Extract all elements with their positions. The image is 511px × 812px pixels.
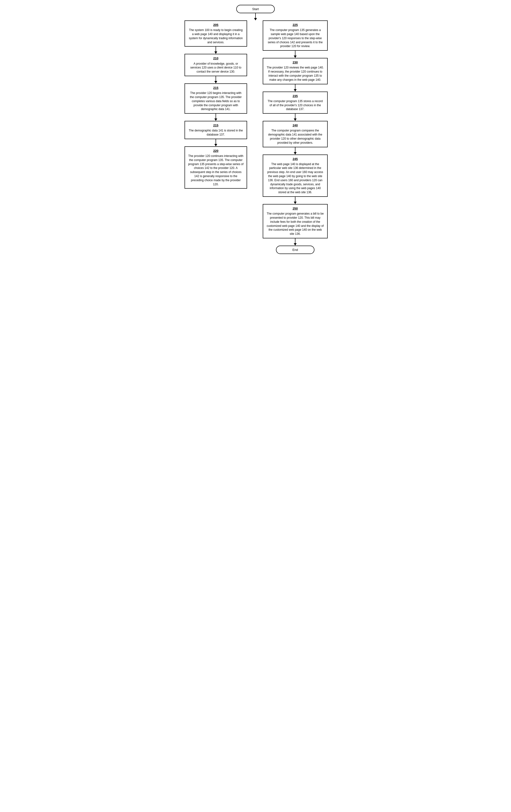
step-235-num: 235: [266, 94, 324, 98]
start-label: Start: [252, 7, 259, 11]
arrow-215a-215b: [214, 114, 217, 121]
step-215a-box: 215 The provider 120 begins interacting …: [185, 83, 247, 114]
end-label: End: [292, 248, 298, 252]
step-240-box: 240 The computer program compares the de…: [263, 121, 328, 147]
arrow-215b-220: [214, 139, 217, 146]
step-210-text: A provider of knowledge, goods, or servi…: [190, 62, 241, 74]
step-230-box: 230 The provider 120 reviews the web pag…: [263, 58, 328, 84]
step-205-num: 205: [188, 23, 244, 27]
step-230-num: 230: [266, 60, 324, 65]
step-215b-box: 215 The demographic data 141 is stored i…: [185, 121, 247, 139]
step-245-box: 245 The web page 140 is displayed at the…: [263, 154, 328, 197]
step-225-box: 225 The computer program 135 generates a…: [263, 21, 328, 51]
step-235-text: The computer program 135 stores a record…: [268, 99, 323, 111]
right-column: 225 The computer program 135 generates a…: [255, 21, 335, 254]
end-node: End: [276, 245, 315, 254]
arrow-start: [254, 13, 257, 21]
step-235-box: 235 The computer program 135 stores a re…: [263, 92, 328, 114]
arrow-245-250: [294, 197, 297, 204]
arrow-205-210: [214, 47, 217, 54]
step-205-text: The system 100 is ready to begin creatin…: [189, 28, 243, 44]
main-columns: 205 The system 100 is ready to begin cre…: [176, 21, 335, 254]
step-220-num: 220: [188, 149, 244, 153]
step-225-num: 225: [266, 23, 324, 27]
arrow-250-end: [294, 238, 297, 245]
flowchart: Start 205 The system 100 is ready to beg…: [176, 5, 335, 254]
step-240-num: 240: [266, 123, 324, 127]
step-225-text: The computer program 135 generates a sam…: [268, 28, 323, 48]
step-250-text: The computer program generates a bill to…: [267, 212, 324, 235]
step-210-num: 210: [188, 56, 244, 61]
step-240-text: The computer program compares the demogr…: [268, 129, 322, 144]
step-220-text: The provider 120 continues interacting w…: [188, 154, 243, 186]
arrow-235-240: [294, 114, 297, 121]
step-210-box: 210 A provider of knowledge, goods, or s…: [185, 54, 247, 76]
step-205-box: 205 The system 100 is ready to begin cre…: [185, 21, 247, 47]
start-node: Start: [236, 5, 275, 13]
step-250-box: 250 The computer program generates a bil…: [263, 204, 328, 238]
step-215b-num: 215: [188, 123, 244, 127]
left-column: 205 The system 100 is ready to begin cre…: [176, 21, 255, 254]
step-245-text: The web page 140 is displayed at the par…: [267, 163, 323, 194]
arrow-230-235: [294, 84, 297, 92]
step-215a-num: 215: [188, 86, 244, 90]
arrow-225-230: [294, 51, 297, 58]
arrow-240-245: [294, 147, 297, 154]
step-220-box: 220 The provider 120 continues interacti…: [185, 146, 247, 189]
step-215a-text: The provider 120 begins interacting with…: [190, 91, 242, 111]
arrow-210-215a: [214, 76, 217, 83]
step-230-text: The provider 120 reviews the web page 14…: [267, 66, 324, 81]
step-245-num: 245: [266, 157, 324, 161]
step-250-num: 250: [266, 206, 324, 211]
step-215b-text: The demographic data 141 is stored in th…: [189, 129, 243, 136]
